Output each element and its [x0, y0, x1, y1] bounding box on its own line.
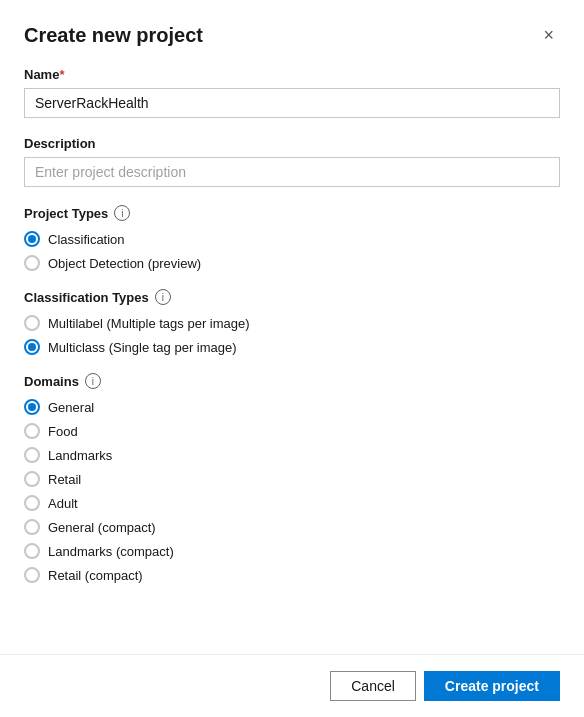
- radio-landmarks-input[interactable]: [24, 447, 40, 463]
- radio-object-detection-label: Object Detection (preview): [48, 256, 201, 271]
- radio-landmarks[interactable]: Landmarks: [24, 447, 560, 463]
- radio-landmarks-label: Landmarks: [48, 448, 112, 463]
- close-button[interactable]: ×: [537, 24, 560, 46]
- project-types-header: Project Types i: [24, 205, 560, 221]
- radio-landmarks-compact-input[interactable]: [24, 543, 40, 559]
- project-types-info-icon[interactable]: i: [114, 205, 130, 221]
- radio-multiclass[interactable]: Multiclass (Single tag per image): [24, 339, 560, 355]
- radio-multilabel-input[interactable]: [24, 315, 40, 331]
- radio-retail[interactable]: Retail: [24, 471, 560, 487]
- radio-adult-label: Adult: [48, 496, 78, 511]
- dialog-title: Create new project: [24, 24, 203, 47]
- radio-classification[interactable]: Classification: [24, 231, 560, 247]
- radio-multilabel[interactable]: Multilabel (Multiple tags per image): [24, 315, 560, 331]
- radio-multiclass-label: Multiclass (Single tag per image): [48, 340, 237, 355]
- name-field-group: Name*: [24, 67, 560, 118]
- domains-title: Domains: [24, 374, 79, 389]
- radio-classification-input[interactable]: [24, 231, 40, 247]
- radio-retail-compact-input[interactable]: [24, 567, 40, 583]
- name-input[interactable]: [24, 88, 560, 118]
- radio-general-compact[interactable]: General (compact): [24, 519, 560, 535]
- domains-radio-group: General Food Landmarks Retail Adult Gene…: [24, 399, 560, 583]
- radio-object-detection[interactable]: Object Detection (preview): [24, 255, 560, 271]
- radio-adult-input[interactable]: [24, 495, 40, 511]
- dialog-header: Create new project ×: [24, 24, 560, 47]
- dialog-footer: Cancel Create project: [0, 654, 584, 717]
- radio-multilabel-label: Multilabel (Multiple tags per image): [48, 316, 250, 331]
- radio-general[interactable]: General: [24, 399, 560, 415]
- radio-general-input[interactable]: [24, 399, 40, 415]
- description-label: Description: [24, 136, 560, 151]
- radio-general-compact-label: General (compact): [48, 520, 156, 535]
- name-label: Name*: [24, 67, 560, 82]
- project-types-title: Project Types: [24, 206, 108, 221]
- create-project-button[interactable]: Create project: [424, 671, 560, 701]
- radio-food[interactable]: Food: [24, 423, 560, 439]
- radio-general-label: General: [48, 400, 94, 415]
- description-input[interactable]: [24, 157, 560, 187]
- classification-types-header: Classification Types i: [24, 289, 560, 305]
- required-indicator: *: [59, 67, 64, 82]
- create-project-dialog: Create new project × Name* Description P…: [0, 0, 584, 717]
- domains-info-icon[interactable]: i: [85, 373, 101, 389]
- radio-food-label: Food: [48, 424, 78, 439]
- radio-retail-label: Retail: [48, 472, 81, 487]
- radio-multiclass-input[interactable]: [24, 339, 40, 355]
- radio-object-detection-input[interactable]: [24, 255, 40, 271]
- radio-general-compact-input[interactable]: [24, 519, 40, 535]
- classification-types-radio-group: Multilabel (Multiple tags per image) Mul…: [24, 315, 560, 355]
- cancel-button[interactable]: Cancel: [330, 671, 416, 701]
- classification-types-info-icon[interactable]: i: [155, 289, 171, 305]
- radio-food-input[interactable]: [24, 423, 40, 439]
- radio-retail-input[interactable]: [24, 471, 40, 487]
- radio-landmarks-compact[interactable]: Landmarks (compact): [24, 543, 560, 559]
- radio-retail-compact[interactable]: Retail (compact): [24, 567, 560, 583]
- radio-adult[interactable]: Adult: [24, 495, 560, 511]
- radio-retail-compact-label: Retail (compact): [48, 568, 143, 583]
- radio-classification-label: Classification: [48, 232, 125, 247]
- domains-header: Domains i: [24, 373, 560, 389]
- classification-types-title: Classification Types: [24, 290, 149, 305]
- project-types-radio-group: Classification Object Detection (preview…: [24, 231, 560, 271]
- radio-landmarks-compact-label: Landmarks (compact): [48, 544, 174, 559]
- description-field-group: Description: [24, 136, 560, 187]
